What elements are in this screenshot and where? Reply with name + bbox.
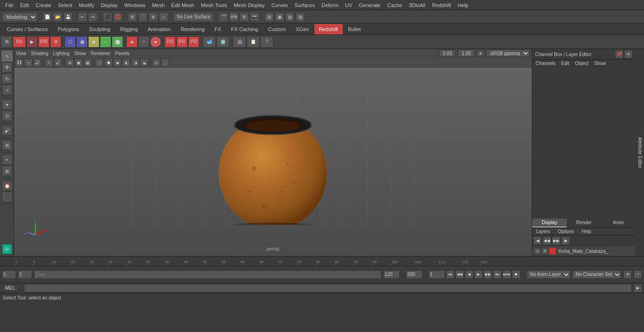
menu-3dtoall[interactable]: 3DtoAll: [405, 1, 429, 9]
shelf-rs3[interactable]: ●: [150, 36, 161, 48]
vp-icon-light[interactable]: ◑: [131, 58, 140, 67]
tab-curves-surfaces[interactable]: Curves / Surfaces: [2, 24, 52, 34]
shelf-mat2[interactable]: 📋: [247, 36, 260, 48]
universal-tool-icon[interactable]: ✦: [2, 99, 12, 110]
tab-rigging[interactable]: Rigging: [116, 24, 142, 34]
render-view-icon[interactable]: 🎬: [219, 12, 228, 22]
ipr-icon[interactable]: IPR: [229, 12, 239, 22]
menu-generate[interactable]: Generate: [355, 1, 384, 9]
no-live-surface-btn[interactable]: No Live Surface: [173, 12, 214, 22]
menu-select[interactable]: Select: [55, 1, 76, 9]
vp-icon-smooth[interactable]: ◉: [113, 58, 122, 67]
menu-modify[interactable]: Modify: [75, 1, 97, 9]
layout-icon2[interactable]: ▦: [275, 12, 284, 22]
playback-frame-input[interactable]: [429, 270, 445, 279]
layer-new-icon[interactable]: ◀: [533, 236, 542, 245]
menu-create[interactable]: Create: [33, 1, 55, 9]
select-tool-icon[interactable]: ↖: [2, 51, 12, 61]
timeline-ruler[interactable]: 1 5 10 15 20 25 30 35 40 45 50: [0, 256, 644, 266]
snap-point-icon[interactable]: ⊕: [149, 12, 158, 22]
snap2-icon[interactable]: ⊞: [2, 166, 12, 176]
shelf-rs-btn3[interactable]: PR: [188, 36, 199, 48]
rp-close-icon[interactable]: ✕: [624, 50, 633, 58]
lasso-icon[interactable]: ⭕: [113, 12, 123, 22]
play-btn[interactable]: ▶: [474, 270, 483, 279]
layout-icon1[interactable]: ▤: [264, 12, 274, 22]
menu-file[interactable]: File: [2, 1, 17, 9]
vp-icon-shadow[interactable]: ◒: [140, 58, 149, 67]
history-icon[interactable]: ⏰: [2, 180, 12, 191]
shelf-rs1[interactable]: ◈: [126, 36, 138, 48]
menu-windows[interactable]: Windows: [121, 1, 149, 9]
camera-icon[interactable]: 📷: [250, 12, 259, 22]
snap-icon[interactable]: +: [2, 154, 12, 165]
no-anim-layer-dropdown[interactable]: No Anim Layer: [527, 270, 570, 279]
menu-surfaces[interactable]: Surfaces: [291, 1, 318, 9]
scale-tool-icon[interactable]: ⤢: [2, 85, 12, 95]
vp-menu-show[interactable]: Show: [74, 51, 86, 56]
save-file-icon[interactable]: 💾: [63, 12, 73, 22]
select-icon[interactable]: ⬛: [103, 12, 112, 22]
val2-input[interactable]: [458, 49, 475, 57]
menu-edit[interactable]: Edit: [17, 1, 33, 9]
help-subtab[interactable]: Help: [578, 228, 595, 235]
layer-options-icon[interactable]: ▶▶: [552, 236, 561, 245]
vp-icon-film[interactable]: 📹: [24, 58, 33, 67]
anim-settings-icon[interactable]: ⚙: [623, 270, 632, 279]
next-key-btn[interactable]: ⏭: [493, 270, 502, 279]
rotate-tool-icon[interactable]: ↻: [2, 73, 12, 84]
gamma-dropdown[interactable]: sRGB gamma: [486, 49, 530, 57]
shelf-rs-btn2[interactable]: PR: [176, 36, 188, 48]
shelf-rs2[interactable]: ~: [138, 36, 149, 48]
vp-icon-sound[interactable]: 🔊: [33, 58, 41, 67]
tab-xgen[interactable]: XGen: [291, 24, 314, 34]
layer-entry[interactable]: V P Yerba_Mate_Calabaza_: [532, 246, 636, 256]
vp-menu-renderer[interactable]: Renderer: [91, 51, 110, 56]
shelf-rs-btn1[interactable]: PR: [165, 36, 176, 48]
soft-select-icon[interactable]: ⊙: [2, 111, 12, 121]
menu-cache[interactable]: Cache: [384, 1, 405, 9]
vp-icon-textured[interactable]: ◐: [122, 58, 131, 67]
rp-pin-icon[interactable]: 📌: [615, 50, 623, 58]
mode-dropdown[interactable]: Modeling: [2, 12, 37, 22]
next-frame-btn[interactable]: ▶▶: [484, 270, 492, 279]
tab-custom[interactable]: Custom: [264, 24, 291, 34]
layers-subtab[interactable]: Layers: [532, 228, 554, 235]
vp-menu-panels[interactable]: Panels: [115, 51, 130, 56]
go-start-btn[interactable]: ⏮: [446, 270, 454, 279]
vp-menu-shading[interactable]: Shading: [31, 51, 49, 56]
snap-curve-icon[interactable]: ⌒: [138, 12, 148, 22]
shelf-bowl2[interactable]: 🫙: [216, 36, 230, 48]
tab-fx-caching[interactable]: FX Caching: [226, 24, 263, 34]
menu-mesh[interactable]: Mesh: [149, 1, 168, 9]
vp-icon-grid[interactable]: ⊞: [66, 58, 74, 67]
menu-deform[interactable]: Deform: [318, 1, 342, 9]
vp-icon-wire[interactable]: ⬡: [95, 58, 104, 67]
layer-icon4[interactable]: ▶: [561, 236, 570, 245]
shelf-poly1[interactable]: ⬡: [65, 36, 76, 48]
mel-run-icon[interactable]: ▶: [634, 284, 642, 292]
vp-icon-toggle[interactable]: ▦: [83, 58, 92, 67]
display-tab[interactable]: Display: [532, 219, 567, 227]
tab-bullet[interactable]: Bullet: [343, 24, 366, 34]
tab-rendering[interactable]: Rendering: [176, 24, 209, 34]
attribute-editor-tab[interactable]: Attribute Editor: [636, 49, 644, 256]
shelf-poly3[interactable]: ◆: [88, 36, 99, 48]
render-tab[interactable]: Render: [567, 219, 601, 227]
layer-delete-icon[interactable]: ◀◀: [543, 236, 551, 245]
anim-tab[interactable]: Anim: [601, 219, 636, 227]
vp-icon-camera[interactable]: 🎞: [15, 58, 24, 67]
undo-icon[interactable]: ↩: [78, 12, 87, 22]
show-menu[interactable]: Show: [591, 60, 609, 66]
render-icon[interactable]: 🎥: [2, 192, 12, 202]
menu-uv[interactable]: UV: [342, 1, 355, 9]
anim-end-input[interactable]: [406, 270, 422, 279]
layout-icon4[interactable]: ▨: [296, 12, 305, 22]
object-menu[interactable]: Object: [572, 60, 592, 66]
frame-start-input[interactable]: [2, 270, 16, 279]
frame-progress-bar[interactable]: 120: [34, 270, 381, 279]
open-file-icon[interactable]: 📂: [53, 12, 62, 22]
menu-mesh-tools[interactable]: Mesh Tools: [198, 1, 230, 9]
layer-p-btn[interactable]: P: [542, 248, 548, 254]
prev-key-btn[interactable]: ◀◀: [455, 270, 464, 279]
